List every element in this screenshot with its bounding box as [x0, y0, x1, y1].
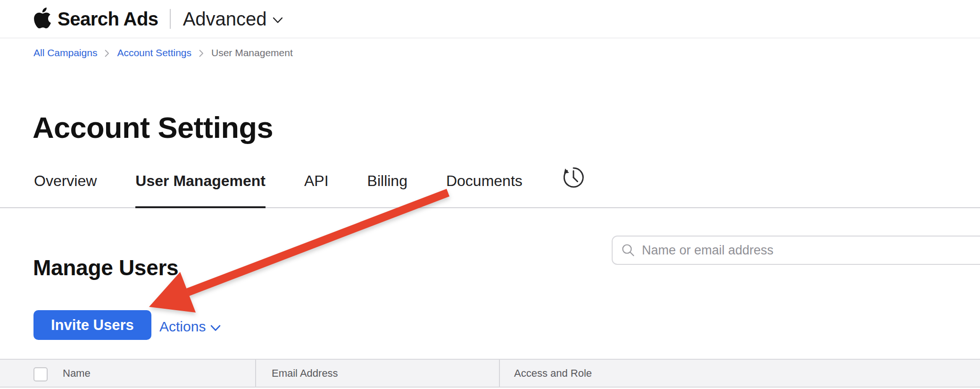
tab-api[interactable]: API	[304, 172, 329, 207]
tab-bar: Overview User Management API Billing Doc…	[0, 172, 980, 208]
breadcrumb-current: User Management	[211, 47, 293, 59]
column-header-email: Email Address	[272, 360, 338, 387]
product-selector-label: Advanced	[183, 8, 267, 30]
search-icon	[621, 243, 635, 257]
apple-logo-icon	[34, 8, 51, 28]
search-input[interactable]	[641, 236, 980, 264]
product-selector[interactable]: Advanced	[183, 8, 283, 30]
actions-label: Actions	[159, 318, 206, 335]
user-search-box	[612, 236, 980, 265]
chevron-right-icon	[199, 50, 204, 57]
column-divider	[499, 360, 500, 387]
column-divider	[255, 360, 256, 387]
history-clock-icon[interactable]	[561, 172, 586, 190]
tab-billing[interactable]: Billing	[367, 172, 407, 207]
invite-users-button[interactable]: Invite Users	[33, 310, 151, 340]
chevron-down-icon	[210, 325, 221, 331]
chevron-down-icon	[273, 17, 283, 24]
column-header-access-role: Access and Role	[514, 360, 592, 387]
breadcrumb-account-settings[interactable]: Account Settings	[117, 47, 191, 59]
app-header: Search Ads Advanced	[0, 0, 980, 38]
tab-overview[interactable]: Overview	[34, 172, 97, 207]
tab-user-management[interactable]: User Management	[135, 172, 266, 207]
select-all-checkbox[interactable]	[33, 367, 48, 381]
breadcrumb-all-campaigns[interactable]: All Campaigns	[33, 47, 97, 59]
breadcrumb: All Campaigns Account Settings User Mana…	[33, 47, 293, 59]
manage-users-heading: Manage Users	[33, 256, 178, 279]
brand-name: Search Ads	[58, 8, 158, 30]
users-table-header: Name Email Address Access and Role	[0, 359, 980, 388]
account-settings-page: Search Ads Advanced All Campaigns Accoun…	[0, 0, 980, 389]
page-title: Account Settings	[33, 111, 273, 144]
actions-dropdown[interactable]: Actions	[159, 318, 221, 335]
tab-documents[interactable]: Documents	[446, 172, 523, 207]
header-divider	[170, 9, 171, 29]
chevron-right-icon	[105, 50, 109, 57]
column-header-name: Name	[63, 360, 91, 387]
